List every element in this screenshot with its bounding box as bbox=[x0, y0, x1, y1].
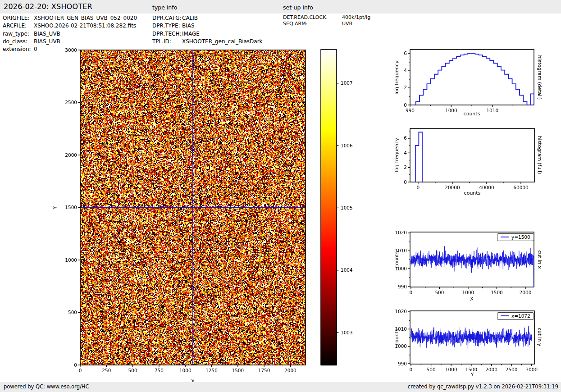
info-label: DPR.TYPE: bbox=[152, 23, 182, 29]
cut-y-legend: x=1072 bbox=[497, 312, 534, 320]
type-info-heading: type info bbox=[152, 4, 177, 11]
cut-y-ylabel: counts bbox=[394, 329, 400, 346]
info-row-raw-type: raw_type:BIAS_UVB bbox=[3, 31, 60, 37]
setup-info-heading: set-up info bbox=[283, 4, 313, 11]
hist-full-side-label: histogram (full) bbox=[537, 136, 543, 174]
cut-x-legend-label: y=1500 bbox=[511, 234, 530, 240]
info-label: DPR.TECH: bbox=[152, 31, 182, 37]
info-label: do_class: bbox=[3, 38, 34, 45]
info-label: extension: bbox=[3, 46, 34, 52]
setup-row-seq-arm: SEQ.ARM:UVB bbox=[283, 21, 352, 27]
footer-left-text: powered by QC: www.eso.org/HC bbox=[4, 383, 89, 390]
page-title: 2026-02-20: XSHOOTER bbox=[4, 2, 92, 11]
info-value: BIAS_UVB bbox=[34, 31, 60, 37]
info-value: 400k/1pt/lg bbox=[342, 14, 370, 20]
type-row-dpr-type: DPR.TYPE:BIAS bbox=[152, 23, 195, 29]
legend-line-sample bbox=[501, 237, 509, 237]
cut-x-legend: y=1500 bbox=[497, 233, 534, 241]
info-value: 0 bbox=[34, 46, 37, 52]
info-row-arcfile: ARCFILE:XSHOO.2026-02-21T08:51:08.282.fi… bbox=[3, 23, 136, 29]
cut-y-xlabel: Y bbox=[471, 372, 474, 378]
type-row-dpr-tech: DPR.TECH:IMAGE bbox=[152, 31, 200, 37]
hist-detail-ylabel: log frequency bbox=[394, 60, 400, 94]
cut-x-xlabel: X bbox=[470, 296, 474, 302]
footer-bar: powered by QC: www.eso.org/HC created by… bbox=[0, 382, 561, 392]
info-row-origfile: ORIGFILE:XSHOOTER_GEN_BIAS_UVB_052_0020 bbox=[3, 15, 137, 21]
bias-image-canvas bbox=[49, 43, 364, 385]
info-value: XSHOOTER_GEN_BIAS_UVB_052_0020 bbox=[34, 15, 137, 21]
info-value: UVB bbox=[342, 21, 352, 27]
cut-y-side-label: cut in y bbox=[537, 328, 543, 346]
info-value: CALIB bbox=[182, 15, 198, 21]
cut-y-legend-label: x=1072 bbox=[511, 313, 530, 319]
hist-detail-xlabel: counts bbox=[464, 111, 480, 117]
info-value: BIAS bbox=[182, 23, 195, 29]
footer-right-text: created by qc_rawdisp.py v1.2.3 on 2026-… bbox=[408, 383, 558, 390]
hist-full-xlabel: counts bbox=[464, 190, 481, 196]
hist-detail-side-label: histogram (detail) bbox=[537, 55, 543, 100]
cut-in-x-canvas bbox=[385, 227, 561, 305]
setup-row-read-clock: DET.READ.CLOCK:400k/1pt/lg bbox=[283, 14, 370, 20]
type-row-dpr-catg: DPR.CATG:CALIB bbox=[152, 15, 198, 21]
info-label: SEQ.ARM: bbox=[283, 21, 342, 27]
info-label: raw_type: bbox=[3, 31, 34, 37]
qc-report-page: 2026-02-20: XSHOOTER type info set-up in… bbox=[0, 0, 561, 392]
histogram-full-canvas bbox=[385, 123, 561, 201]
cut-x-ylabel: counts bbox=[394, 251, 400, 268]
info-value: IMAGE bbox=[182, 31, 200, 37]
info-row-extension: extension:0 bbox=[3, 46, 37, 52]
info-label: ARCFILE: bbox=[3, 23, 34, 29]
info-value: XSHOO.2026-02-21T08:51:08.282.fits bbox=[34, 23, 136, 29]
info-label: DPR.CATG: bbox=[152, 15, 182, 21]
main-ylabel: Y bbox=[52, 206, 58, 210]
cut-x-side-label: cut in x bbox=[537, 251, 543, 269]
histogram-detail-canvas bbox=[385, 44, 561, 122]
legend-line-sample bbox=[501, 315, 509, 316]
hist-full-ylabel: log frequency bbox=[394, 138, 400, 172]
header-bar: 2026-02-20: XSHOOTER type info set-up in… bbox=[0, 0, 561, 14]
info-label: ORIGFILE: bbox=[3, 15, 34, 21]
info-label: DET.READ.CLOCK: bbox=[283, 14, 342, 20]
